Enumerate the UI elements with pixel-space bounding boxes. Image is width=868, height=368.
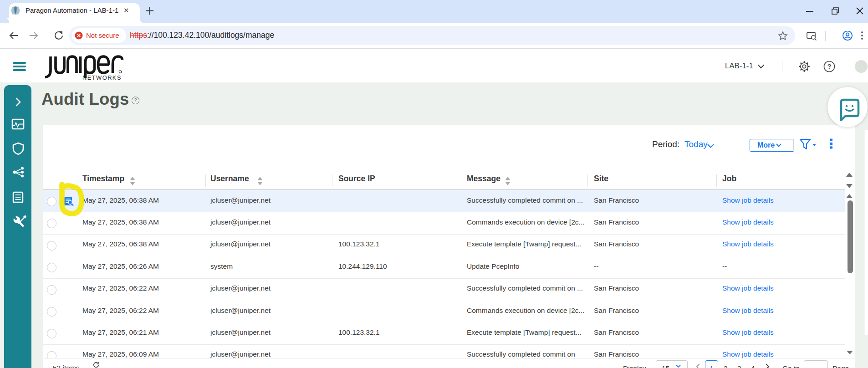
svg-text:NETWORKS: NETWORKS [82, 74, 122, 81]
svg-text:?: ? [827, 63, 832, 70]
